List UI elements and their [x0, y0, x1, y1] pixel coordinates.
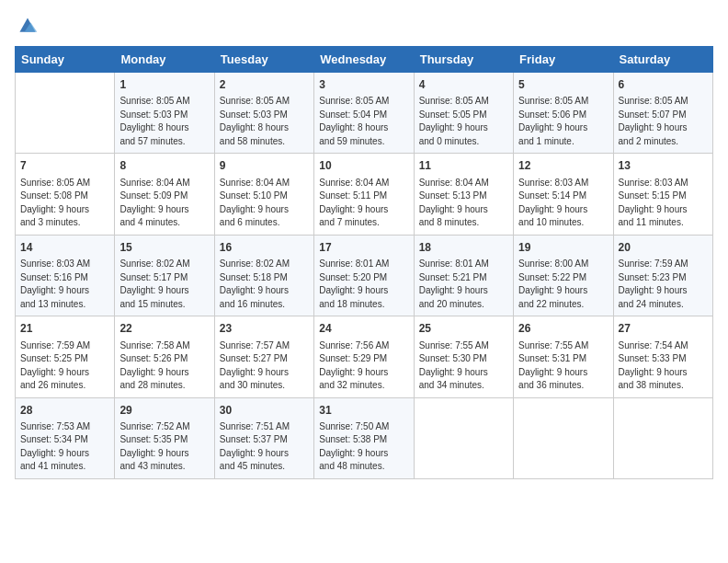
- day-info-line: and 10 minutes.: [518, 216, 608, 230]
- day-info-line: Sunrise: 8:04 AM: [319, 177, 408, 190]
- day-info-line: Sunrise: 8:04 AM: [220, 177, 309, 190]
- day-cell: 19Sunrise: 8:00 AMSunset: 5:22 PMDayligh…: [514, 235, 613, 316]
- day-info-line: Sunset: 5:22 PM: [518, 271, 608, 285]
- day-info-line: Sunrise: 8:05 AM: [518, 95, 608, 109]
- header-row: SundayMondayTuesdayWednesdayThursdayFrid…: [16, 47, 713, 73]
- day-info-line: and 38 minutes.: [619, 379, 708, 393]
- day-info-line: and 0 minutes.: [419, 135, 508, 149]
- day-cell: [514, 397, 613, 478]
- day-cell: 31Sunrise: 7:50 AMSunset: 5:38 PMDayligh…: [314, 397, 414, 478]
- day-info-line: and 57 minutes.: [119, 135, 209, 149]
- day-cell: 25Sunrise: 7:55 AMSunset: 5:30 PMDayligh…: [414, 316, 513, 397]
- day-info-line: Daylight: 9 hours: [518, 203, 608, 217]
- day-info-line: Sunrise: 8:05 AM: [20, 177, 109, 190]
- day-info-line: Sunset: 5:17 PM: [119, 271, 209, 285]
- day-info-line: Daylight: 9 hours: [319, 366, 408, 380]
- day-info-line: Sunrise: 7:58 AM: [119, 339, 209, 353]
- day-info-line: Sunset: 5:04 PM: [319, 109, 408, 122]
- day-number: 20: [619, 240, 708, 256]
- day-cell: 1Sunrise: 8:05 AMSunset: 5:03 PMDaylight…: [115, 73, 214, 154]
- day-number: 30: [220, 403, 309, 419]
- header-cell-tuesday: Tuesday: [214, 47, 313, 73]
- day-info-line: and 11 minutes.: [619, 216, 708, 230]
- day-info-line: Daylight: 9 hours: [319, 284, 408, 298]
- day-info-line: Sunset: 5:06 PM: [518, 109, 608, 122]
- day-cell: [613, 397, 712, 478]
- day-info-line: Sunset: 5:05 PM: [419, 109, 508, 122]
- header-cell-sunday: Sunday: [16, 47, 115, 73]
- day-cell: 21Sunrise: 7:59 AMSunset: 5:25 PMDayligh…: [16, 316, 115, 397]
- day-number: 4: [419, 77, 508, 93]
- day-info-line: and 26 minutes.: [20, 379, 109, 393]
- day-cell: [414, 397, 513, 478]
- day-info-line: and 34 minutes.: [419, 379, 508, 393]
- day-info-line: Daylight: 9 hours: [619, 284, 708, 298]
- day-number: 13: [619, 158, 708, 174]
- day-info-line: Sunrise: 8:00 AM: [518, 258, 608, 271]
- day-cell: 23Sunrise: 7:57 AMSunset: 5:27 PMDayligh…: [214, 316, 313, 397]
- day-info-line: Sunset: 5:27 PM: [220, 352, 309, 366]
- day-number: 3: [319, 77, 408, 93]
- day-info-line: Sunrise: 8:05 AM: [419, 95, 508, 109]
- day-info-line: Sunset: 5:21 PM: [419, 271, 508, 285]
- day-number: 11: [419, 158, 508, 174]
- day-number: 17: [319, 240, 408, 256]
- day-info-line: Daylight: 9 hours: [20, 366, 109, 380]
- day-info-line: Sunrise: 8:04 AM: [119, 177, 209, 190]
- day-cell: 13Sunrise: 8:03 AMSunset: 5:15 PMDayligh…: [613, 154, 712, 235]
- day-info-line: Sunset: 5:23 PM: [619, 271, 708, 285]
- day-info-line: Sunrise: 7:59 AM: [619, 258, 708, 271]
- week-row-3: 21Sunrise: 7:59 AMSunset: 5:25 PMDayligh…: [16, 316, 713, 397]
- day-info-line: Sunset: 5:13 PM: [419, 190, 508, 203]
- day-info-line: Daylight: 9 hours: [319, 203, 408, 217]
- day-cell: 4Sunrise: 8:05 AMSunset: 5:05 PMDaylight…: [414, 73, 513, 154]
- day-info-line: and 6 minutes.: [220, 216, 309, 230]
- day-info-line: Sunset: 5:33 PM: [619, 352, 708, 366]
- day-cell: 15Sunrise: 8:02 AMSunset: 5:17 PMDayligh…: [115, 235, 214, 316]
- day-info-line: Sunrise: 8:02 AM: [220, 258, 309, 271]
- day-info-line: Daylight: 9 hours: [220, 447, 309, 461]
- day-info-line: Sunrise: 8:03 AM: [20, 258, 109, 271]
- day-info-line: Sunrise: 7:52 AM: [119, 420, 209, 434]
- day-info-line: Sunset: 5:37 PM: [220, 433, 309, 447]
- day-cell: 9Sunrise: 8:04 AMSunset: 5:10 PMDaylight…: [214, 154, 313, 235]
- day-info-line: Sunset: 5:03 PM: [119, 109, 209, 122]
- week-row-4: 28Sunrise: 7:53 AMSunset: 5:34 PMDayligh…: [16, 397, 713, 478]
- week-row-0: 1Sunrise: 8:05 AMSunset: 5:03 PMDaylight…: [16, 73, 713, 154]
- day-info-line: Daylight: 9 hours: [220, 203, 309, 217]
- day-info-line: and 48 minutes.: [319, 460, 408, 474]
- day-info-line: Sunset: 5:38 PM: [319, 433, 408, 447]
- day-number: 12: [518, 158, 608, 174]
- calendar-table: SundayMondayTuesdayWednesdayThursdayFrid…: [15, 46, 713, 479]
- day-info-line: Sunrise: 8:05 AM: [119, 95, 209, 109]
- day-info-line: and 30 minutes.: [220, 379, 309, 393]
- day-cell: 6Sunrise: 8:05 AMSunset: 5:07 PMDaylight…: [613, 73, 712, 154]
- day-info-line: Daylight: 9 hours: [119, 447, 209, 461]
- day-info-line: and 4 minutes.: [119, 216, 209, 230]
- page: SundayMondayTuesdayWednesdayThursdayFrid…: [0, 0, 728, 563]
- day-number: 8: [119, 158, 209, 174]
- day-cell: 14Sunrise: 8:03 AMSunset: 5:16 PMDayligh…: [16, 235, 115, 316]
- day-info-line: Sunrise: 8:05 AM: [220, 95, 309, 109]
- day-info-line: Sunrise: 8:01 AM: [319, 258, 408, 271]
- day-cell: 18Sunrise: 8:01 AMSunset: 5:21 PMDayligh…: [414, 235, 513, 316]
- day-info-line: Daylight: 9 hours: [319, 447, 408, 461]
- day-cell: 11Sunrise: 8:04 AMSunset: 5:13 PMDayligh…: [414, 154, 513, 235]
- day-cell: 28Sunrise: 7:53 AMSunset: 5:34 PMDayligh…: [16, 397, 115, 478]
- day-info-line: Daylight: 9 hours: [419, 366, 508, 380]
- day-number: 14: [20, 240, 109, 256]
- day-number: 18: [419, 240, 508, 256]
- week-row-1: 7Sunrise: 8:05 AMSunset: 5:08 PMDaylight…: [16, 154, 713, 235]
- day-number: 16: [220, 240, 309, 256]
- day-cell: 2Sunrise: 8:05 AMSunset: 5:03 PMDaylight…: [214, 73, 313, 154]
- day-cell: 30Sunrise: 7:51 AMSunset: 5:37 PMDayligh…: [214, 397, 313, 478]
- day-cell: 3Sunrise: 8:05 AMSunset: 5:04 PMDaylight…: [314, 73, 414, 154]
- day-info-line: and 8 minutes.: [419, 216, 508, 230]
- day-info-line: Sunset: 5:18 PM: [220, 271, 309, 285]
- day-info-line: Daylight: 9 hours: [419, 203, 508, 217]
- day-number: 28: [20, 403, 109, 419]
- day-info-line: Daylight: 9 hours: [518, 284, 608, 298]
- day-info-line: Sunset: 5:16 PM: [20, 271, 109, 285]
- day-number: 19: [518, 240, 608, 256]
- day-info-line: Sunset: 5:11 PM: [319, 190, 408, 203]
